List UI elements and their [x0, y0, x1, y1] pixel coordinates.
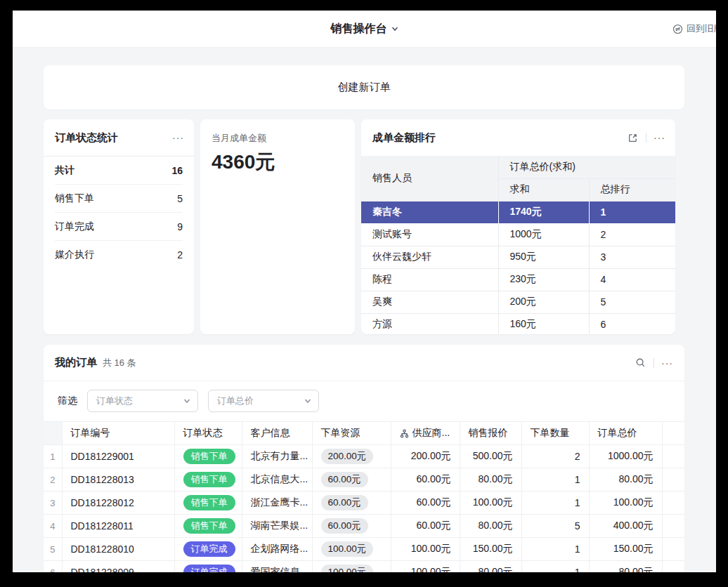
col-quote[interactable]: 销售报价	[460, 422, 521, 445]
ranking-col-person[interactable]: 销售人员	[361, 156, 498, 201]
col-order-status[interactable]: 订单状态	[174, 422, 242, 445]
col-total[interactable]: 订单总价	[589, 422, 662, 445]
order-row[interactable]: 3DD181228012销售下单浙江金鹰卡...60.00元60.00元100.…	[44, 492, 684, 515]
resource-pill: 200.00元	[321, 449, 374, 464]
order-row[interactable]: 4DD181228011销售下单湖南芒果娱...60.00元60.00元80.0…	[44, 515, 684, 538]
order-total-filter-select[interactable]: 订单总价	[208, 390, 319, 412]
more-icon[interactable]: ···	[654, 133, 665, 143]
ranking-table: 销售人员 订单总价(求和) 求和 总排行 秦吉冬1740元1测试账号1000元2…	[361, 156, 675, 334]
stat-value: 9	[177, 221, 183, 232]
status-pill: 销售下单	[183, 495, 235, 510]
back-link-label: 回到旧版	[687, 22, 716, 35]
ranking-cell-rank: 1	[589, 201, 675, 223]
ranking-cell-sum: 230元	[498, 268, 589, 291]
ranking-cell-rank: 6	[589, 313, 675, 334]
stat-row-sales-ordered[interactable]: 销售下单 5	[55, 185, 183, 213]
ranking-card: 成单金额排行 ··· 销售人员 订单总价(求和)	[361, 119, 675, 334]
status-pill: 销售下单	[183, 518, 235, 534]
ranking-cell-sum: 1740元	[498, 201, 589, 223]
order-row-index: 4	[44, 515, 62, 538]
col-resource[interactable]: 下单资源	[312, 422, 391, 445]
order-cell-supplier-price: 200.00元	[391, 445, 460, 468]
order-cell-customer: 企划路网络...	[242, 538, 312, 561]
order-cell-supplier-price: 60.00元	[391, 468, 460, 492]
back-to-old-version-link[interactable]: 回到旧版	[672, 11, 716, 47]
order-cell-filler	[662, 538, 684, 561]
app-title-switcher[interactable]: 销售操作台	[331, 22, 398, 37]
ranking-col-rank[interactable]: 总排行	[589, 178, 675, 201]
resource-pill: 100.00元	[321, 541, 374, 557]
month-amount-card: 当月成单金额 4360元	[200, 119, 355, 334]
col-supplier[interactable]: 供应商...	[391, 422, 460, 445]
my-orders-title-wrap: 我的订单 共 16 条	[55, 356, 136, 369]
ranking-cell-sum: 160元	[498, 313, 589, 334]
order-status-filter-select[interactable]: 订单状态	[87, 390, 198, 412]
order-cell-customer: 爱国家信息...	[242, 561, 312, 573]
stat-row-media-exec[interactable]: 媒介执行 2	[55, 241, 183, 269]
ranking-cell-name: 陈程	[361, 268, 498, 291]
order-cell-supplier-price: 60.00元	[391, 492, 460, 515]
ranking-cell-name: 方源	[361, 313, 498, 334]
more-icon[interactable]: ···	[661, 358, 673, 368]
order-cell-total: 80.00元	[589, 561, 662, 573]
resource-pill: 60.00元	[321, 472, 368, 487]
col-qty[interactable]: 下单数量	[521, 422, 589, 445]
ranking-card-header: 成单金额排行 ···	[361, 119, 675, 156]
order-cell-total: 1000.00元	[589, 445, 662, 468]
search-icon[interactable]	[634, 357, 646, 369]
order-row-index: 1	[44, 445, 62, 468]
order-cell-total: 150.00元	[589, 538, 662, 561]
dashboard-content: 创建新订单 订单状态统计 ··· 共计 16 销售下单 5	[13, 48, 716, 572]
order-cell-resource: 60.00元	[312, 492, 391, 515]
status-stat-list: 共计 16 销售下单 5 订单完成 9 媒介执行 2	[44, 156, 194, 269]
order-cell-status: 销售下单	[174, 515, 242, 538]
ranking-col-total-group[interactable]: 订单总价(求和)	[498, 156, 675, 178]
order-row[interactable]: 1DD181229001销售下单北京有力量...200.00元200.00元50…	[44, 445, 684, 468]
ranking-cell-rank: 5	[589, 291, 675, 313]
filter-row: 筛选 订单状态 订单总价	[44, 381, 684, 421]
month-amount-label: 当月成单金额	[212, 132, 344, 145]
order-row[interactable]: 6DD181228009订单完成爱国家信息...100.00元100.00元80…	[44, 561, 684, 573]
chevron-down-icon	[391, 25, 398, 32]
order-cell-order-no: DD181229001	[62, 445, 174, 468]
order-cell-quote: 80.00元	[460, 515, 521, 538]
order-cell-total: 400.00元	[589, 515, 662, 538]
order-cell-resource: 100.00元	[312, 561, 391, 573]
create-order-button[interactable]: 创建新订单	[44, 65, 684, 110]
order-cell-quote: 100.00元	[460, 492, 521, 515]
order-cell-filler	[662, 515, 684, 538]
status-pill: 订单完成	[183, 541, 235, 557]
order-row-index: 3	[44, 492, 62, 515]
create-order-label: 创建新订单	[338, 81, 391, 94]
stat-row-total[interactable]: 共计 16	[55, 157, 183, 185]
ranking-row[interactable]: 吴爽200元5	[361, 291, 675, 313]
stat-label: 销售下单	[55, 192, 94, 205]
col-customer[interactable]: 客户信息	[242, 422, 312, 445]
order-cell-customer: 北京有力量...	[242, 445, 312, 468]
ranking-row[interactable]: 测试账号1000元2	[361, 223, 675, 246]
stat-row-completed[interactable]: 订单完成 9	[55, 213, 183, 241]
ranking-row[interactable]: 方源160元6	[361, 313, 675, 334]
order-cell-resource: 60.00元	[312, 468, 391, 492]
ranking-col-sum[interactable]: 求和	[498, 178, 589, 201]
my-orders-count: 共 16 条	[103, 357, 136, 369]
order-cell-supplier-price: 60.00元	[391, 515, 460, 538]
ranking-row[interactable]: 陈程230元4	[361, 268, 675, 291]
order-cell-quote: 150.00元	[460, 538, 521, 561]
ranking-row[interactable]: 伙伴云魏少轩950元3	[361, 246, 675, 268]
order-cell-total: 100.00元	[589, 492, 662, 515]
export-icon[interactable]	[626, 131, 639, 144]
ranking-row[interactable]: 秦吉冬1740元1	[361, 201, 675, 223]
order-cell-quote: 80.00元	[460, 468, 521, 492]
order-cell-resource: 100.00元	[312, 538, 391, 561]
ranking-cell-rank: 4	[589, 268, 675, 291]
order-row[interactable]: 2DD181228013销售下单北京信息大...60.00元60.00元80.0…	[44, 468, 684, 492]
order-row-index: 5	[44, 538, 62, 561]
col-order-no[interactable]: 订单编号	[62, 422, 174, 445]
order-row-index: 6	[44, 561, 62, 573]
more-icon[interactable]: ···	[172, 133, 184, 143]
my-orders-card: 我的订单 共 16 条 ··· 筛选 订单状态 订单	[44, 345, 684, 572]
order-row[interactable]: 5DD181228010订单完成企划路网络...100.00元100.00元15…	[44, 538, 684, 561]
row-number-column-header	[44, 422, 62, 445]
order-cell-filler	[662, 492, 684, 515]
